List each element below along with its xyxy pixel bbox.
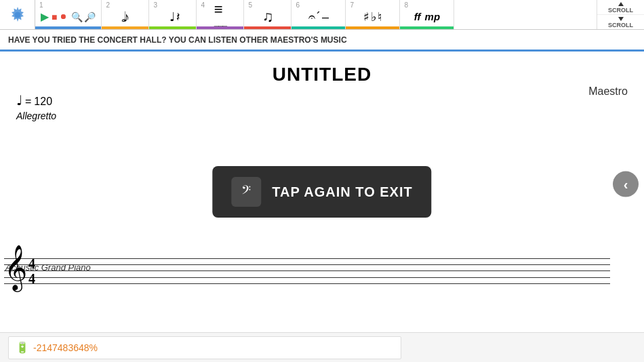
section-num-6: 6 (296, 1, 300, 9)
status-bar: 🔋 -2147483648% (0, 332, 644, 362)
section-underline-8 (400, 26, 454, 29)
fortissimo-icon: ff (414, 12, 421, 22)
record-icon[interactable]: ⏺ (60, 13, 67, 20)
tempo-equals: = (25, 96, 31, 108)
tempo-value: 120 (34, 96, 52, 108)
time-sig-bottom: 4 (28, 271, 35, 286)
playback-icons: ▶ ■ ⏺ 🔍 🔎 (41, 12, 96, 22)
bass-clef-icon: 𝄢 (241, 183, 251, 201)
zoom-in-icon[interactable]: 🔍 (71, 12, 83, 22)
tap-exit-text: TAP AGAIN TO EXIT (272, 184, 412, 200)
toolbar-section-playback[interactable]: 1 ▶ ■ ⏺ 🔍 🔎 (35, 0, 102, 29)
section-underline-2 (102, 26, 148, 29)
treble-clef-symbol: 𝄞 (4, 248, 27, 287)
chevron-left-icon: ‹ (624, 176, 628, 192)
author-label: Maestro (588, 85, 628, 98)
staff-line-1 (4, 258, 610, 259)
scroll-up-label: SCROLL (608, 7, 633, 14)
section-underline-1 (35, 26, 101, 29)
toolbar-section-rest[interactable]: 3 ♩ 𝄽 (149, 0, 197, 29)
section-underline-5 (244, 26, 291, 29)
scroll-down-button[interactable]: SCROLL (597, 15, 644, 29)
status-value: -2147483648% (33, 342, 98, 353)
score-title: UNTITLED (0, 64, 644, 85)
chevron-down-icon (618, 16, 624, 22)
articulation-icons: 𝄐 ´ – (308, 11, 329, 23)
gear-icon (8, 5, 27, 24)
scroll-controls: SCROLL SCROLL (597, 0, 644, 29)
main-content: UNTITLED ♩ = 120 Allegretto Maestro 𝄢 TA… (0, 52, 644, 332)
staff-line-4 (4, 277, 610, 278)
section-underline-6 (291, 26, 345, 29)
toolbar-section-staff[interactable]: 4 ≡═══ (197, 0, 244, 29)
staff-line-3 (4, 270, 610, 271)
staff-lines (4, 253, 610, 289)
beamed-note-icon: ♫ (262, 9, 274, 24)
tempo-marking-text: Allegretto (16, 110, 56, 121)
scroll-down-label: SCROLL (608, 22, 633, 28)
section-num-5: 5 (248, 1, 252, 9)
flat-icon: ♭ (371, 11, 376, 23)
battery-icon: 🔋 (16, 341, 29, 354)
scroll-up-button[interactable]: SCROLL (597, 0, 644, 15)
dynamics-icons: ff mp (414, 12, 440, 22)
accidental-icons: ♯ ♭ ♮ (363, 11, 382, 23)
panel-chevron-button[interactable]: ‹ (613, 172, 639, 197)
toolbar-section-beam[interactable]: 5 ♫ (244, 0, 291, 29)
tenuto-icon: – (322, 11, 329, 23)
toolbar-section-articulation[interactable]: 6 𝄐 ´ – (291, 0, 346, 29)
section-num-8: 8 (404, 1, 408, 9)
tempo-marking: Allegretto (16, 110, 644, 122)
settings-gear[interactable] (0, 0, 35, 29)
status-bar-inner: 🔋 -2147483648% (8, 336, 401, 359)
svg-marker-2 (618, 17, 624, 21)
section-num-1: 1 (39, 1, 43, 9)
staff-area: 𝄞 4 4 (0, 244, 644, 298)
toolbar-section-accidentals[interactable]: 7 ♯ ♭ ♮ (346, 0, 400, 29)
staff-line-2 (4, 264, 610, 265)
toolbar-section-dynamics[interactable]: 8 ff mp (400, 0, 454, 29)
fermata-icon: 𝄐 (308, 11, 315, 23)
chevron-up-icon (618, 1, 624, 7)
play-icon[interactable]: ▶ (41, 12, 49, 22)
tap-exit-overlay[interactable]: 𝄢 TAP AGAIN TO EXIT (212, 166, 431, 218)
time-sig-top: 4 (28, 256, 35, 271)
sharp-icon: ♯ (363, 11, 369, 23)
beam-icons: ♫ (262, 9, 274, 24)
section-num-2: 2 (106, 1, 110, 9)
tap-exit-icon: 𝄢 (231, 177, 261, 207)
note-icons: 𝅗𝅥 ♪ (121, 10, 129, 24)
tempo-row: ♩ = 120 (16, 92, 644, 108)
tempo-note-symbol: ♩ (16, 92, 22, 108)
section-num-7: 7 (350, 1, 354, 9)
zoom-out-icon[interactable]: 🔎 (84, 12, 96, 22)
toolbar-section-notes[interactable]: 2 𝅗𝅥 ♪ (102, 0, 149, 29)
concert-hall-banner[interactable]: HAVE YOU TRIED THE CONCERT HALL? YOU CAN… (0, 30, 644, 52)
stop-icon[interactable]: ■ (52, 12, 57, 22)
toolbar-sections: 1 ▶ ■ ⏺ 🔍 🔎 2 𝅗𝅥 ♪ 3 ♩ 𝄽 (35, 0, 597, 29)
quarter-note-icon: ♩ (169, 11, 175, 23)
svg-marker-1 (618, 2, 624, 6)
section-underline-7 (346, 26, 399, 29)
toolbar: 1 ▶ ■ ⏺ 🔍 🔎 2 𝅗𝅥 ♪ 3 ♩ 𝄽 (0, 0, 644, 30)
banner-text: HAVE YOU TRIED THE CONCERT HALL? YOU CAN… (8, 35, 347, 45)
time-signature: 4 4 (28, 256, 35, 286)
eighth-note-icon: ♪ (123, 10, 129, 24)
staff-line-5 (4, 283, 610, 284)
rest-icons: ♩ 𝄽 (169, 11, 176, 23)
section-underline-3 (149, 26, 196, 29)
accent-icon: ´ (317, 11, 321, 23)
section-num-3: 3 (153, 1, 157, 9)
section-underline-4 (197, 26, 243, 29)
mezzopiano-icon: mp (425, 12, 441, 22)
section-num-4: 4 (201, 1, 205, 9)
natural-icon: ♮ (378, 11, 382, 23)
